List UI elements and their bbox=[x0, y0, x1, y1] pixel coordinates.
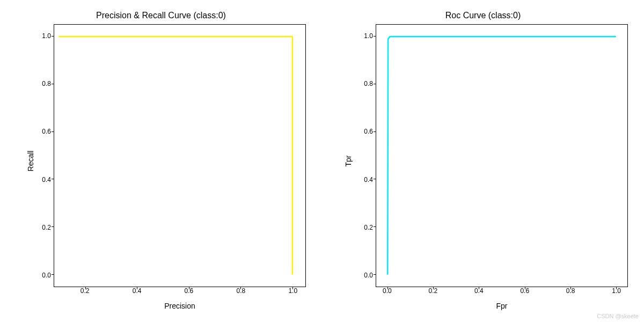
y-tick-label: 1.0 bbox=[354, 32, 373, 40]
y-tick-mark bbox=[374, 84, 376, 84]
x-tick-label: 0.6 bbox=[520, 287, 529, 295]
y-tick-label: 0.6 bbox=[354, 128, 373, 135]
y-tick-mark bbox=[52, 36, 54, 36]
y-tick-label: 0.8 bbox=[32, 80, 51, 87]
y-tick-mark bbox=[52, 131, 54, 132]
y-tick-mark bbox=[374, 274, 376, 275]
x-tick-label: 0.8 bbox=[566, 287, 575, 295]
x-tick-label: 0.0 bbox=[383, 287, 392, 295]
y-tick-label: 0.8 bbox=[354, 80, 373, 87]
roc-curve-yticks: 0.00.20.40.60.81.0 bbox=[354, 24, 373, 287]
y-tick-label: 0.4 bbox=[354, 176, 373, 184]
roc-curve-plot-area bbox=[376, 24, 628, 287]
y-tick-label: 0.2 bbox=[32, 224, 51, 231]
roc-curve-title: Roc Curve (class:0) bbox=[322, 11, 644, 20]
y-tick-mark bbox=[374, 179, 376, 179]
charts-container: Precision & Recall Curve (class:0) Recal… bbox=[0, 0, 644, 322]
watermark-text: CSDN @skeete bbox=[597, 313, 639, 319]
y-tick-label: 0.0 bbox=[32, 272, 51, 279]
pr-curve-panel: Precision & Recall Curve (class:0) Recal… bbox=[0, 0, 322, 322]
y-tick-label: 0.4 bbox=[32, 176, 51, 184]
y-tick-label: 0.2 bbox=[354, 224, 373, 231]
pr-curve-title: Precision & Recall Curve (class:0) bbox=[0, 11, 322, 20]
roc-curve-xticks: 0.00.20.40.60.81.0 bbox=[376, 287, 628, 298]
x-tick-label: 0.6 bbox=[185, 287, 194, 295]
y-tick-mark bbox=[374, 226, 376, 227]
x-tick-label: 0.4 bbox=[474, 287, 484, 295]
y-tick-mark bbox=[374, 131, 376, 132]
pr-curve-xlabel: Precision bbox=[54, 302, 306, 310]
x-tick-label: 0.2 bbox=[80, 287, 90, 295]
pr-curve-yticks: 0.00.20.40.60.81.0 bbox=[32, 24, 51, 287]
y-tick-mark bbox=[52, 84, 54, 84]
pr-curve-line bbox=[58, 36, 292, 275]
roc-curve-line bbox=[387, 36, 616, 275]
y-tick-label: 0.6 bbox=[32, 128, 51, 135]
y-tick-mark bbox=[52, 179, 54, 179]
y-tick-mark bbox=[52, 226, 54, 227]
roc-curve-ylabel: Tpr bbox=[344, 156, 353, 167]
x-tick-label: 1.0 bbox=[612, 287, 621, 295]
pr-curve-xticks: 0.20.40.60.81.0 bbox=[54, 287, 306, 298]
x-tick-label: 0.2 bbox=[428, 287, 437, 295]
x-tick-label: 0.4 bbox=[133, 287, 142, 295]
y-tick-mark bbox=[52, 274, 54, 275]
pr-curve-svg bbox=[54, 25, 305, 287]
x-tick-label: 1.0 bbox=[288, 287, 297, 295]
x-tick-label: 0.8 bbox=[237, 287, 246, 295]
pr-curve-plot-area bbox=[54, 24, 306, 287]
y-tick-label: 1.0 bbox=[32, 32, 51, 40]
y-tick-mark bbox=[374, 36, 376, 36]
y-tick-label: 0.0 bbox=[354, 272, 373, 279]
roc-curve-svg bbox=[376, 25, 627, 287]
roc-curve-panel: Roc Curve (class:0) Tpr Fpr 0.00.20.40.6… bbox=[322, 0, 644, 322]
roc-curve-xlabel: Fpr bbox=[376, 302, 628, 310]
